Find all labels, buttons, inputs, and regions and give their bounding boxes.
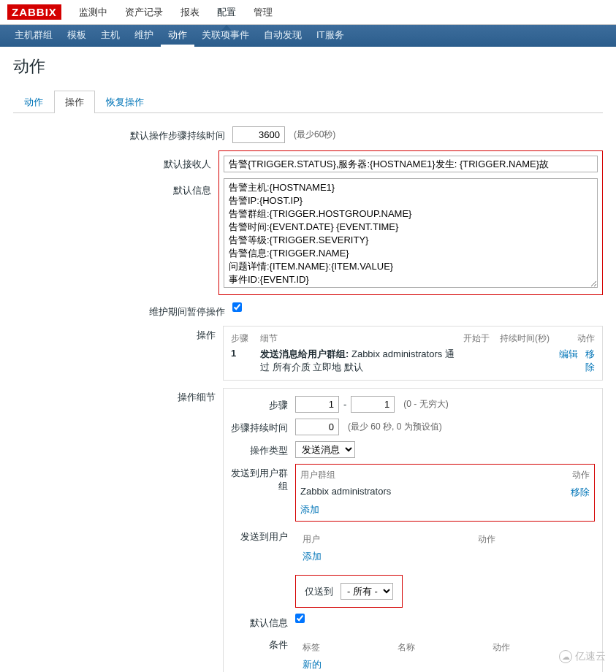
ops-header: 步骤 细节 开始于 持续时间(秒) 动作 — [231, 332, 595, 345]
default-msg-checkbox[interactable] — [295, 614, 305, 623]
user-hdr-action: 动作 — [478, 533, 588, 546]
det-row-cond: 条件 标签 名称 动作 新的 — [231, 635, 595, 672]
page-content: 动作 动作 操作 恢复操作 默认操作步骤持续时间 (最少60秒) 默认接收人 默… — [0, 47, 616, 672]
watermark: ☁ 亿速云 — [559, 650, 606, 663]
top-menu-admin[interactable]: 管理 — [245, 0, 281, 25]
step-duration-input[interactable] — [232, 126, 285, 143]
cloud-icon: ☁ — [559, 650, 572, 663]
det-msg-label: 默认信息 — [231, 614, 295, 630]
sub-nav-hostgroups[interactable]: 主机群组 — [7, 25, 60, 47]
pause-checkbox[interactable] — [232, 302, 242, 312]
det-row-msg: 默认信息 — [231, 614, 595, 630]
det-cond-label: 条件 — [231, 635, 295, 652]
type-select[interactable]: 发送消息 — [295, 441, 355, 458]
page-title: 动作 — [13, 56, 603, 77]
det-row-sendgroup: 发送到用户群组 用户群组 动作 Zabbix administrators 移除 — [231, 464, 595, 522]
cond-hdr-name: 名称 — [398, 641, 493, 654]
table-row: 1 发送消息给用户群组: Zabbix administrators 通过 所有… — [231, 348, 595, 374]
watermark-text: 亿速云 — [575, 650, 606, 663]
ops-hdr-start: 开始于 — [463, 332, 500, 345]
group-remove-link[interactable]: 移除 — [571, 486, 590, 497]
det-sendgroup-label: 发送到用户群组 — [231, 464, 295, 493]
details-label: 操作细节 — [13, 388, 223, 404]
det-senduser-label: 发送到用户 — [231, 527, 295, 543]
top-menu: 监测中 资产记录 报表 配置 管理 — [70, 0, 281, 25]
group-hdr-name: 用户群组 — [300, 469, 553, 481]
tab-recovery[interactable]: 恢复操作 — [95, 91, 155, 113]
step-from-input[interactable] — [295, 396, 339, 413]
sub-nav-templates[interactable]: 模板 — [60, 25, 94, 47]
top-menu-config[interactable]: 配置 — [208, 0, 245, 25]
recipient-message-highlight: 告警主机:{HOSTNAME1} 告警IP:{HOST.IP} 告警群组:{TR… — [218, 150, 603, 295]
sub-nav-itservices[interactable]: IT服务 — [309, 25, 351, 47]
tab-operation[interactable]: 操作 — [54, 91, 95, 113]
recipient-input[interactable] — [224, 156, 598, 172]
top-header: ZABBIX 监测中 资产记录 报表 配置 管理 — [0, 0, 616, 25]
only-select[interactable]: - 所有 - — [341, 583, 393, 600]
top-menu-reports[interactable]: 报表 — [172, 0, 208, 25]
group-add-link[interactable]: 添加 — [300, 504, 319, 515]
det-type-label: 操作类型 — [231, 441, 295, 457]
pause-label: 维护期间暂停操作 — [13, 302, 232, 318]
user-add-link[interactable]: 添加 — [303, 551, 322, 562]
cond-hdr-tag: 标签 — [303, 641, 398, 654]
message-textarea[interactable]: 告警主机:{HOSTNAME1} 告警IP:{HOST.IP} 告警群组:{TR… — [224, 178, 598, 288]
step-to-input[interactable] — [351, 396, 395, 413]
det-row-only: 仅送到 - 所有 - — [231, 575, 595, 608]
row-pause: 维护期间暂停操作 — [13, 302, 603, 318]
det-row-step: 步骤 - (0 - 无穷大) — [231, 396, 595, 413]
det-only-label: 仅送到 — [305, 585, 333, 598]
sub-nav-hosts[interactable]: 主机 — [94, 25, 127, 47]
user-table: 用户 动作 添加 — [295, 527, 595, 569]
ops-hdr-step: 步骤 — [231, 332, 260, 345]
row-recipient-message: 默认接收人 默认信息 告警主机:{HOSTNAME1} 告警IP:{HOST.I… — [13, 150, 603, 295]
cond-new-link[interactable]: 新的 — [303, 659, 322, 670]
row-operations: 操作 步骤 细节 开始于 持续时间(秒) 动作 1 发送消息给用户群组: Zab… — [13, 326, 603, 381]
group-name: Zabbix administrators — [300, 486, 553, 499]
sub-nav-maintenance[interactable]: 维护 — [127, 25, 161, 47]
sub-nav: 主机群组 模板 主机 维护 动作 关联项事件 自动发现 IT服务 — [0, 25, 616, 47]
step-dash: - — [343, 399, 346, 410]
sub-nav-actions[interactable]: 动作 — [161, 25, 194, 47]
list-item: Zabbix administrators 移除 — [300, 486, 590, 499]
det-row-duration: 步骤持续时间 (最少 60 秒, 0 为预设值) — [231, 419, 595, 435]
det-dur-label: 步骤持续时间 — [231, 419, 295, 435]
operations-table: 步骤 细节 开始于 持续时间(秒) 动作 1 发送消息给用户群组: Zabbix… — [223, 326, 603, 381]
recipient-label: 默认接收人 — [13, 158, 211, 171]
row-step-duration: 默认操作步骤持续时间 (最少60秒) — [13, 126, 603, 143]
sub-nav-discovery[interactable]: 自动发现 — [256, 25, 309, 47]
row-details: 操作细节 步骤 - (0 - 无穷大) 步骤持续时间 — [13, 388, 603, 672]
cond-table: 标签 名称 动作 新的 — [295, 635, 595, 672]
step-duration-label: 默认操作步骤持续时间 — [13, 126, 232, 142]
step-duration-hint: (最少60秒) — [294, 129, 335, 141]
tabs: 动作 操作 恢复操作 — [13, 91, 603, 113]
only-highlight: 仅送到 - 所有 - — [295, 575, 403, 608]
duration-input[interactable] — [295, 419, 339, 435]
operation-details-box: 步骤 - (0 - 无穷大) 步骤持续时间 (最少 60 秒, 0 为预设值) — [223, 388, 603, 672]
message-label: 默认信息 — [13, 184, 211, 197]
top-menu-monitoring[interactable]: 监测中 — [70, 0, 116, 25]
logo-text: ZABBIX — [7, 4, 61, 20]
det-step-label: 步骤 — [231, 396, 295, 412]
group-hdr-action: 动作 — [553, 469, 590, 481]
ops-hdr-duration: 持续时间(秒) — [500, 332, 551, 345]
sendgroup-highlight: 用户群组 动作 Zabbix administrators 移除 添加 — [295, 464, 595, 522]
tab-action[interactable]: 动作 — [13, 91, 54, 113]
logo[interactable]: ZABBIX — [7, 4, 61, 20]
step-hint: (0 - 无穷大) — [403, 398, 448, 411]
dur-hint: (最少 60 秒, 0 为预设值) — [348, 421, 442, 433]
user-hdr-name: 用户 — [303, 533, 478, 546]
det-row-type: 操作类型 发送消息 — [231, 441, 595, 458]
top-menu-inventory[interactable]: 资产记录 — [116, 0, 172, 25]
ops-hdr-detail: 细节 — [260, 332, 463, 345]
ops-hdr-action: 动作 — [551, 332, 595, 345]
op-step: 1 — [231, 348, 260, 374]
op-remove-link[interactable]: 移除 — [585, 348, 595, 373]
operations-label: 操作 — [13, 326, 223, 342]
op-edit-link[interactable]: 编辑 — [559, 348, 578, 359]
op-detail: 发送消息给用户群组: Zabbix administrators 通过 所有介质… — [260, 348, 463, 374]
det-row-senduser: 发送到用户 用户 动作 添加 — [231, 527, 595, 569]
